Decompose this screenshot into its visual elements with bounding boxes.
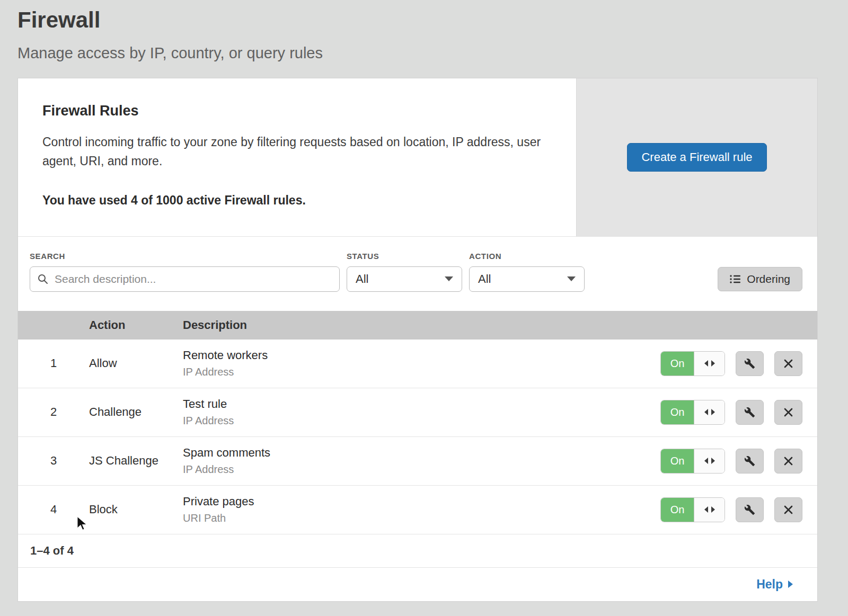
search-input[interactable] bbox=[54, 272, 332, 286]
firewall-rules-section: Firewall Rules Control incoming traffic … bbox=[18, 78, 817, 236]
delete-rule-button[interactable] bbox=[774, 449, 802, 474]
chevron-down-icon bbox=[445, 276, 453, 281]
rule-toggle: On bbox=[660, 449, 725, 474]
page-subtitle: Manage access by IP, country, or query r… bbox=[17, 44, 831, 62]
triangle-right-icon bbox=[711, 458, 715, 464]
table-row: 2 Challenge Test rule IP Address On bbox=[18, 388, 817, 437]
triangle-left-icon bbox=[704, 506, 708, 513]
rules-description: Control incoming traffic to your zone by… bbox=[42, 133, 546, 171]
rule-toggle-on-button[interactable]: On bbox=[661, 400, 694, 424]
rule-match-type: IP Address bbox=[183, 415, 660, 427]
column-action: Action bbox=[89, 318, 183, 332]
rule-match-type: URI Path bbox=[183, 512, 660, 524]
toggle-arrows-button[interactable] bbox=[694, 498, 725, 522]
table-row: 1 Allow Remote workers IP Address On bbox=[18, 340, 817, 388]
action-select[interactable]: All bbox=[469, 266, 585, 292]
rule-controls: On bbox=[660, 351, 802, 376]
rule-description-cell: Spam comments IP Address bbox=[183, 446, 660, 476]
toggle-arrows-button[interactable] bbox=[694, 449, 725, 473]
rule-number: 4 bbox=[18, 503, 89, 516]
search-label: SEARCH bbox=[30, 252, 340, 261]
delete-rule-button[interactable] bbox=[774, 351, 802, 376]
create-rule-panel: Create a Firewall rule bbox=[576, 78, 817, 236]
rule-match-type: IP Address bbox=[183, 366, 660, 378]
rule-action: Challenge bbox=[89, 405, 183, 419]
rule-description-cell: Private pages URI Path bbox=[183, 495, 660, 524]
help-row: Help bbox=[18, 567, 817, 601]
rule-controls: On bbox=[660, 400, 802, 425]
rule-controls: On bbox=[660, 497, 802, 522]
rule-toggle: On bbox=[660, 400, 725, 425]
edit-rule-button[interactable] bbox=[736, 497, 764, 522]
status-filter-group: STATUS All bbox=[347, 252, 462, 292]
status-select[interactable]: All bbox=[347, 266, 462, 292]
search-box bbox=[30, 266, 340, 292]
triangle-right-icon bbox=[711, 506, 715, 513]
search-icon bbox=[38, 274, 48, 284]
triangle-left-icon bbox=[704, 458, 708, 464]
rules-usage-count: You have used 4 of 1000 active Firewall … bbox=[42, 193, 552, 208]
rule-action: Allow bbox=[89, 356, 183, 370]
toggle-arrows-button[interactable] bbox=[694, 400, 725, 424]
action-select-value: All bbox=[478, 272, 491, 286]
close-icon bbox=[783, 359, 793, 369]
rules-table-body: 1 Allow Remote workers IP Address On bbox=[18, 340, 817, 534]
table-row: 3 JS Challenge Spam comments IP Address … bbox=[18, 437, 817, 486]
help-link-label: Help bbox=[756, 577, 783, 592]
close-icon bbox=[783, 407, 793, 417]
page-title: Firewall bbox=[17, 7, 831, 33]
table-header: Action Description bbox=[18, 311, 817, 340]
wrench-icon bbox=[744, 358, 755, 369]
status-select-value: All bbox=[356, 272, 368, 286]
edit-rule-button[interactable] bbox=[736, 400, 764, 425]
action-label: ACTION bbox=[469, 252, 585, 261]
rule-toggle-on-button[interactable]: On bbox=[661, 498, 694, 522]
rule-toggle-on-button[interactable]: On bbox=[661, 449, 694, 473]
rule-action: JS Challenge bbox=[89, 454, 183, 468]
rule-description-cell: Remote workers IP Address bbox=[183, 349, 660, 378]
rule-description: Test rule bbox=[183, 397, 660, 411]
action-filter-group: ACTION All bbox=[469, 252, 585, 292]
wrench-icon bbox=[744, 407, 755, 418]
column-description: Description bbox=[183, 318, 817, 332]
rule-toggle: On bbox=[660, 497, 725, 522]
help-link[interactable]: Help bbox=[756, 577, 793, 592]
table-row: 4 Block Private pages URI Path On bbox=[18, 486, 817, 534]
close-icon bbox=[783, 456, 793, 466]
rule-description: Remote workers bbox=[183, 349, 660, 362]
triangle-left-icon bbox=[704, 409, 708, 415]
firewall-card: Firewall Rules Control incoming traffic … bbox=[17, 78, 818, 601]
toggle-arrows-button[interactable] bbox=[694, 352, 725, 376]
help-arrow-icon bbox=[788, 581, 793, 588]
wrench-icon bbox=[744, 456, 755, 467]
rule-match-type: IP Address bbox=[183, 463, 660, 476]
pagination-row: 1–4 of 4 bbox=[18, 534, 817, 567]
rule-action: Block bbox=[89, 503, 183, 516]
rules-title: Firewall Rules bbox=[42, 103, 552, 119]
edit-rule-button[interactable] bbox=[736, 351, 764, 376]
delete-rule-button[interactable] bbox=[774, 497, 802, 522]
triangle-right-icon bbox=[711, 360, 715, 367]
rule-description: Spam comments bbox=[183, 446, 660, 460]
rule-toggle: On bbox=[660, 351, 725, 376]
rule-number: 3 bbox=[18, 454, 89, 468]
create-firewall-rule-button[interactable]: Create a Firewall rule bbox=[627, 143, 766, 172]
rule-number: 1 bbox=[18, 356, 89, 370]
wrench-icon bbox=[744, 504, 755, 515]
ordering-button-label: Ordering bbox=[747, 273, 790, 285]
ordering-button[interactable]: Ordering bbox=[718, 267, 802, 291]
rule-controls: On bbox=[660, 449, 802, 474]
filters-bar: SEARCH STATUS All ACTION All bbox=[18, 236, 817, 311]
edit-rule-button[interactable] bbox=[736, 449, 764, 474]
ordering-list-icon bbox=[730, 274, 741, 284]
status-label: STATUS bbox=[347, 252, 462, 261]
rules-info: Firewall Rules Control incoming traffic … bbox=[18, 78, 576, 236]
page-header: Firewall Manage access by IP, country, o… bbox=[0, 0, 848, 62]
close-icon bbox=[783, 505, 793, 515]
rule-description: Private pages bbox=[183, 495, 660, 508]
chevron-down-icon bbox=[567, 276, 576, 281]
rule-toggle-on-button[interactable]: On bbox=[661, 352, 694, 376]
rule-description-cell: Test rule IP Address bbox=[183, 397, 660, 427]
search-filter-group: SEARCH bbox=[30, 252, 340, 292]
delete-rule-button[interactable] bbox=[774, 400, 802, 425]
